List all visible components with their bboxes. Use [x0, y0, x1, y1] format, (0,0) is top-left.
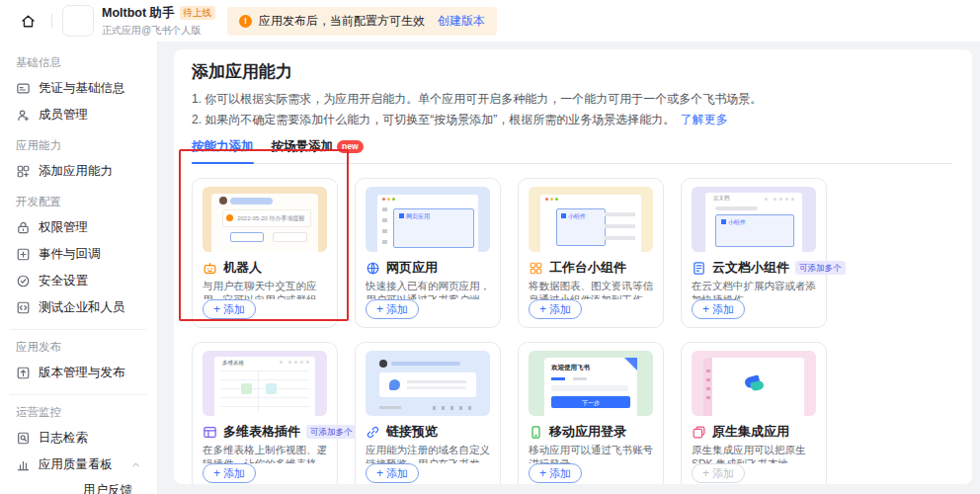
card-name: 工作台小组件 [549, 259, 626, 277]
multi-badge: 可添加多个 [306, 425, 357, 439]
plus-icon [702, 301, 709, 317]
app-name: Moltbot 助手 [102, 5, 175, 22]
credential-icon [16, 81, 31, 96]
status-badge: 待上线 [180, 6, 216, 20]
link-icon [366, 425, 380, 440]
capability-card: 原生集成应用原生集成应用可以把原生 SDK 集成到飞书本地，并调用其中的对应方法… [681, 342, 827, 484]
sidebar-item-test[interactable]: 测试企业和人员 [10, 294, 147, 321]
sidebar-item-credential[interactable]: 凭证与基础信息 [10, 75, 147, 102]
card-illustration [692, 351, 816, 416]
create-version-link[interactable]: 创建版本 [438, 13, 485, 30]
illustration-shape [241, 383, 252, 394]
card-title-row: 链接预览 [366, 423, 490, 441]
sidebar-item-label: 凭证与基础信息 [39, 80, 125, 97]
tab-1[interactable]: 按能力添加 [192, 134, 254, 163]
add-button[interactable]: 添加 [529, 299, 582, 319]
sidebar-item-log[interactable]: 日志检索 [10, 425, 147, 452]
tab-2[interactable]: 按场景添加new [272, 134, 364, 163]
sidebar-item-permission[interactable]: 权限管理 [10, 214, 147, 241]
add-button[interactable]: 添加 [203, 299, 256, 319]
sidebar-section-label: 应用发布 [10, 330, 147, 360]
sidebar-section: 应用能力添加应用能力 [10, 128, 147, 185]
sidebar-item-event[interactable]: 事件与回调 [10, 241, 147, 268]
capability-card: 欢迎使用飞书下一步移动应用登录移动应用可以通过飞书账号进行登录。添加 [518, 342, 664, 484]
page-title: 添加应用能力 [192, 61, 952, 83]
home-icon [20, 13, 37, 30]
log-icon [16, 431, 31, 446]
sidebar: 基础信息凭证与基础信息成员管理应用能力添加应用能力开发配置权限管理事件与回调安全… [0, 41, 158, 494]
plus-icon [539, 465, 546, 481]
sidebar-item-security[interactable]: 安全设置 [10, 268, 147, 294]
app-subtitle: 正式应用@飞书个人版 [102, 24, 215, 38]
add-button[interactable]: 添加 [692, 299, 745, 319]
web-icon [366, 261, 380, 276]
card-name: 多维表格插件 [223, 423, 300, 441]
sidebar-subitem[interactable]: 用户反馈 [10, 478, 147, 494]
test-icon [16, 300, 31, 315]
illustration-shape [379, 405, 476, 411]
sidebar-item-label: 测试企业和人员 [39, 299, 125, 316]
sidebar-section: 开发配置权限管理事件与回调安全设置测试企业和人员 [10, 185, 147, 321]
card-title-row: 机器人 [203, 259, 327, 277]
sidebar-item-members[interactable]: 成员管理 [10, 102, 147, 128]
illustration-shape [379, 372, 476, 397]
sidebar-item-label: 版本管理与发布 [39, 365, 125, 381]
event-icon [16, 247, 31, 262]
illustration-shape [306, 361, 309, 364]
card-title-row: 多维表格插件可添加多个 [203, 423, 327, 441]
illustration-shape [551, 377, 565, 380]
sidebar-item-quality[interactable]: 应用质量看板 [10, 452, 147, 478]
capability-card: 云文档小组件云文档小组件可添加多个在云文档中扩展内容或者添加快捷操作。添加 [681, 178, 827, 328]
sidebar-section: 基础信息凭证与基础信息成员管理 [10, 45, 147, 128]
add-button[interactable]: 添加 [366, 463, 419, 483]
card-title-row: 原生集成应用 [692, 423, 816, 441]
tab-label: 按能力添加 [192, 138, 254, 155]
chevron-up-icon [130, 459, 141, 470]
card-title-row: 云文档小组件可添加多个 [692, 259, 816, 277]
tab-label: 按场景添加 [272, 138, 334, 155]
plus-icon [376, 465, 383, 481]
plus-icon [213, 301, 220, 317]
illustration-text: 下一步 [551, 399, 630, 408]
sidebar-item-release[interactable]: 版本管理与发布 [10, 360, 147, 386]
card-illustration: 欢迎使用飞书下一步 [529, 351, 653, 416]
home-button[interactable] [14, 7, 41, 35]
quality-icon [16, 457, 31, 472]
add-button[interactable]: 添加 [692, 463, 745, 483]
illustration-shape [230, 198, 273, 205]
security-icon [16, 274, 31, 288]
illustration-text: 欢迎使用飞书 [551, 364, 590, 372]
illustration-shape [703, 358, 712, 416]
sidebar-item-label: 事件与回调 [39, 246, 101, 263]
card-illustration [366, 351, 490, 416]
sidebar-item-label: 安全设置 [39, 273, 88, 289]
capability-card: 多维表格多维表格插件可添加多个在多维表格上制作视图、逻辑插件，让你的多维表格变得… [192, 342, 338, 484]
add-button[interactable]: 添加 [203, 463, 256, 483]
add-button-label: 添加 [549, 465, 571, 481]
illustration-shape [379, 360, 387, 368]
card-name: 原生集成应用 [712, 423, 789, 441]
card-illustration: 网页应用 [366, 187, 490, 252]
sidebar-item-add-capability[interactable]: 添加应用能力 [10, 158, 147, 185]
plus-icon [539, 301, 546, 317]
add-button[interactable]: 添加 [529, 463, 582, 483]
card-name: 机器人 [223, 259, 262, 277]
card-description: 在云文档中扩展内容或者添加快捷操作。 [692, 280, 816, 299]
illustration-text: 云文档 [713, 195, 730, 202]
illustration-shape [545, 198, 548, 201]
new-badge: new [337, 140, 364, 153]
sidebar-item-label: 应用质量看板 [39, 456, 113, 473]
illustration-shape [605, 212, 636, 244]
widget-icon [529, 261, 543, 276]
add-button-label: 添加 [712, 465, 734, 481]
add-button[interactable]: 添加 [366, 299, 419, 319]
content-panel: 添加应用能力 1. 你可以根据实际需求，为应用开启能力。单个应用可开启多种能力，… [174, 49, 972, 484]
card-description: 移动应用可以通过飞书账号进行登录。 [529, 444, 653, 463]
card-name: 移动应用登录 [549, 423, 626, 441]
capability-card: 小组件工作台小组件将数据图表、图文资讯等信息通过小组件添加到工作台。添加 [518, 178, 664, 328]
plus-icon [213, 465, 220, 481]
learn-more-link[interactable]: 了解更多 [681, 113, 728, 126]
illustration-text: 多维表格 [222, 360, 244, 367]
sidebar-item-label: 添加应用能力 [39, 163, 113, 180]
sidebar-item-label: 日志检索 [39, 430, 88, 447]
